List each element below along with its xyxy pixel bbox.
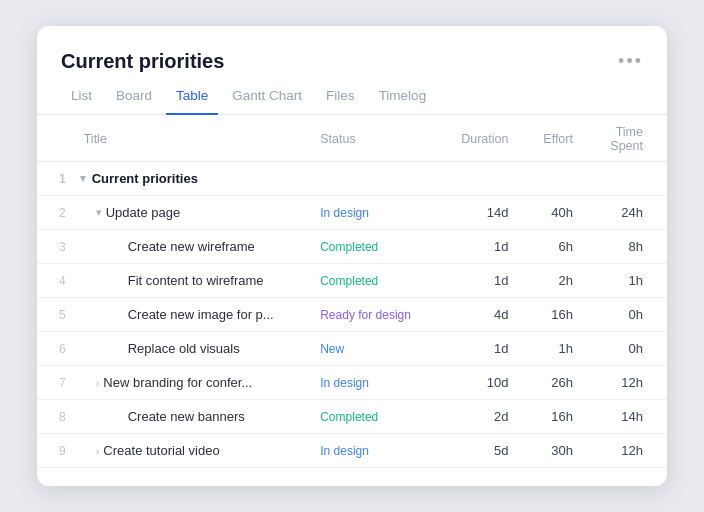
row-number: 1 (37, 162, 76, 196)
row-effort (516, 162, 581, 196)
status-badge: Completed (320, 240, 378, 254)
title-label: Update page (106, 205, 180, 220)
table-header-row: Title Status Duration Effort Time Spent (37, 115, 667, 162)
data-table: Title Status Duration Effort Time Spent … (37, 115, 667, 468)
row-status: New (312, 332, 441, 366)
table-row: 4Fit content to wireframeCompleted1d2h1h (37, 264, 667, 298)
row-number: 8 (37, 400, 76, 434)
row-status: Ready for design (312, 298, 441, 332)
status-badge: Completed (320, 410, 378, 424)
row-number: 2 (37, 196, 76, 230)
main-card: Current priorities ••• ListBoardTableGan… (37, 26, 667, 486)
col-timespent-header: Time Spent (581, 115, 667, 162)
title-label: Create new banners (128, 409, 245, 424)
tab-timelog[interactable]: Timelog (369, 82, 437, 115)
table-row: 9›Create tutorial videoIn design5d30h12h (37, 434, 667, 468)
row-duration: 14d (441, 196, 516, 230)
row-duration: 10d (441, 366, 516, 400)
card-title: Current priorities (61, 50, 224, 73)
col-num-header (37, 115, 76, 162)
row-effort: 6h (516, 230, 581, 264)
table-row: 6Replace old visualsNew1d1h0h (37, 332, 667, 366)
row-number: 9 (37, 434, 76, 468)
status-badge: Ready for design (320, 308, 411, 322)
row-number: 6 (37, 332, 76, 366)
status-badge: New (320, 342, 344, 356)
row-effort: 30h (516, 434, 581, 468)
row-title: Create new banners (76, 400, 313, 434)
tab-table[interactable]: Table (166, 82, 218, 115)
row-duration: 5d (441, 434, 516, 468)
row-time-spent: 8h (581, 230, 667, 264)
row-title: ▾Current priorities (76, 162, 313, 196)
status-badge: Completed (320, 274, 378, 288)
row-status: Completed (312, 400, 441, 434)
row-title: Create new image for p... (76, 298, 313, 332)
table-row: 3Create new wireframeCompleted1d6h8h (37, 230, 667, 264)
tab-bar: ListBoardTableGantt ChartFilesTimelog (37, 81, 667, 115)
row-time-spent: 1h (581, 264, 667, 298)
row-duration: 1d (441, 332, 516, 366)
card-header: Current priorities ••• (37, 50, 667, 81)
table-row: 1▾Current priorities (37, 162, 667, 196)
tab-board[interactable]: Board (106, 82, 162, 115)
row-title: Create new wireframe (76, 230, 313, 264)
row-number: 3 (37, 230, 76, 264)
row-number: 4 (37, 264, 76, 298)
row-time-spent: 0h (581, 332, 667, 366)
expand-icon[interactable]: ▾ (96, 206, 102, 219)
col-effort-header: Effort (516, 115, 581, 162)
row-effort: 1h (516, 332, 581, 366)
tab-files[interactable]: Files (316, 82, 365, 115)
status-badge: In design (320, 206, 369, 220)
row-title: ›New branding for confer... (76, 366, 313, 400)
row-number: 7 (37, 366, 76, 400)
row-title: Replace old visuals (76, 332, 313, 366)
row-time-spent: 24h (581, 196, 667, 230)
title-label: New branding for confer... (103, 375, 252, 390)
row-duration: 1d (441, 264, 516, 298)
expand-icon[interactable]: ▾ (80, 172, 86, 185)
title-label: Create new image for p... (128, 307, 274, 322)
row-duration: 2d (441, 400, 516, 434)
title-label: Create tutorial video (103, 443, 219, 458)
more-options-icon[interactable]: ••• (618, 51, 643, 72)
col-title-header: Title (76, 115, 313, 162)
row-status: In design (312, 196, 441, 230)
table-row: 2▾Update pageIn design14d40h24h (37, 196, 667, 230)
table-row: 5Create new image for p...Ready for desi… (37, 298, 667, 332)
row-time-spent (581, 162, 667, 196)
tab-gantt[interactable]: Gantt Chart (222, 82, 312, 115)
col-duration-header: Duration (441, 115, 516, 162)
title-label: Current priorities (92, 171, 198, 186)
row-time-spent: 12h (581, 366, 667, 400)
col-status-header: Status (312, 115, 441, 162)
tab-list[interactable]: List (61, 82, 102, 115)
table-row: 8Create new bannersCompleted2d16h14h (37, 400, 667, 434)
title-label: Replace old visuals (128, 341, 240, 356)
expand-icon[interactable]: › (96, 445, 100, 457)
row-time-spent: 14h (581, 400, 667, 434)
row-status (312, 162, 441, 196)
row-status: Completed (312, 230, 441, 264)
row-effort: 2h (516, 264, 581, 298)
row-duration (441, 162, 516, 196)
row-title: Fit content to wireframe (76, 264, 313, 298)
row-status: Completed (312, 264, 441, 298)
row-title: ▾Update page (76, 196, 313, 230)
row-title: ›Create tutorial video (76, 434, 313, 468)
expand-icon[interactable]: › (96, 377, 100, 389)
status-badge: In design (320, 444, 369, 458)
row-effort: 26h (516, 366, 581, 400)
row-number: 5 (37, 298, 76, 332)
status-badge: In design (320, 376, 369, 390)
title-label: Fit content to wireframe (128, 273, 264, 288)
title-label: Create new wireframe (128, 239, 255, 254)
row-time-spent: 12h (581, 434, 667, 468)
table-row: 7›New branding for confer...In design10d… (37, 366, 667, 400)
row-status: In design (312, 434, 441, 468)
row-duration: 1d (441, 230, 516, 264)
row-effort: 40h (516, 196, 581, 230)
row-duration: 4d (441, 298, 516, 332)
row-effort: 16h (516, 298, 581, 332)
